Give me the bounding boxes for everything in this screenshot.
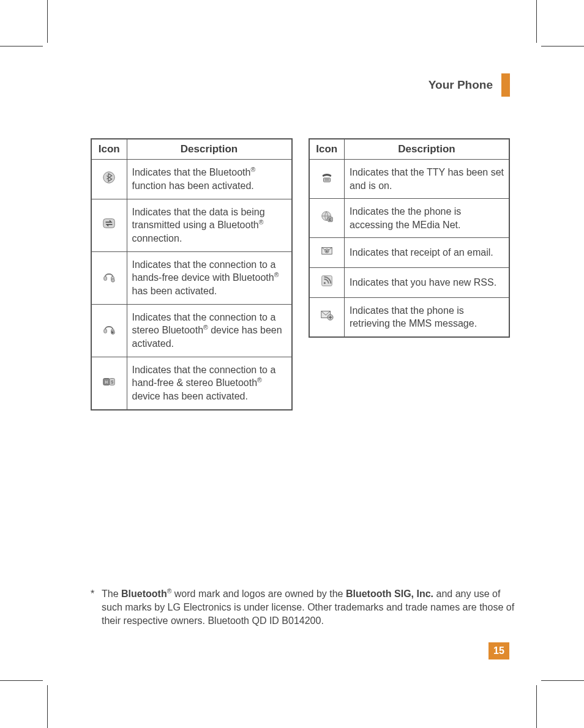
col-header-icon: Icon: [309, 139, 345, 160]
rss-icon: [320, 274, 334, 288]
svg-text:e: e: [326, 250, 328, 253]
table-row: Indicates that the data is being transmi…: [91, 199, 292, 251]
page-number: 15: [489, 642, 509, 659]
email-icon: e: [320, 244, 334, 258]
table-row: Indicates that the TTY has been set and …: [309, 160, 510, 199]
svg-rect-1: [103, 219, 114, 228]
svg-text:S: S: [111, 379, 114, 384]
svg-text:E: E: [329, 218, 331, 221]
bluetooth-combo-icon: HS: [102, 375, 116, 388]
table-row: Indicates that the Bluetooth® function h…: [91, 160, 292, 199]
table-row: Indicates that the connection to a stere…: [91, 304, 292, 357]
svg-point-22: [323, 282, 325, 284]
icon-description: Indicates that receipt of an email.: [345, 238, 510, 268]
icon-table-right: Icon Description Indicates that the TTY …: [309, 138, 511, 338]
icon-description: Indicates that the connection to a stere…: [127, 304, 292, 357]
table-row: Indicates that the phone is retrieving t…: [309, 297, 510, 337]
footnote: * The Bluetooth® word mark and logos are…: [91, 587, 519, 627]
table-row: e Indicates that receipt of an email.: [309, 238, 510, 268]
icon-description: Indicates that the TTY has been set and …: [345, 160, 510, 199]
svg-rect-2: [104, 277, 107, 280]
svg-rect-5: [104, 329, 107, 333]
bluetooth-transfer-icon: [102, 217, 116, 230]
bluetooth-icon: [102, 171, 116, 184]
footnote-marker: *: [91, 587, 102, 627]
icon-table-left: Icon Description Indicates that the Blue…: [91, 138, 293, 410]
svg-point-4: [111, 279, 115, 283]
mms-icon: [320, 308, 334, 322]
bluetooth-stereo-icon: [102, 322, 116, 335]
icon-description: Indicates that the connection to a hand-…: [127, 357, 292, 410]
section-header: Your Phone: [91, 73, 510, 97]
page-content: Your Phone Icon Description Indicates th…: [91, 73, 510, 410]
bluetooth-headset-icon: [102, 269, 116, 283]
col-header-description: Description: [345, 139, 510, 160]
table-row: E Indicates the the phone is accessing t…: [309, 199, 510, 238]
icon-description: Indicates that the data is being transmi…: [127, 199, 292, 251]
icon-description: Indicates the the phone is accessing the…: [345, 199, 510, 238]
table-row: HS Indicates that the connection to a ha…: [91, 357, 292, 410]
icon-description: Indicates that the Bluetooth® function h…: [127, 160, 292, 199]
table-row: Indicates that you have new RSS.: [309, 267, 510, 297]
icon-description: Indicates that you have new RSS.: [345, 267, 510, 297]
col-header-description: Description: [127, 139, 292, 160]
footnote-text: The Bluetooth® word mark and logos are o…: [102, 587, 519, 627]
accent-bar: [501, 73, 510, 97]
icon-description: Indicates that the connection to a hands…: [127, 251, 292, 304]
svg-text:H: H: [105, 379, 108, 384]
col-header-icon: Icon: [91, 139, 127, 160]
medianet-icon: E: [320, 210, 334, 223]
section-title: Your Phone: [429, 78, 493, 92]
tty-icon: [320, 171, 334, 184]
table-row: Indicates that the connection to a hands…: [91, 251, 292, 304]
icon-description: Indicates that the phone is retrieving t…: [345, 297, 510, 337]
tables-row: Icon Description Indicates that the Blue…: [91, 138, 510, 410]
